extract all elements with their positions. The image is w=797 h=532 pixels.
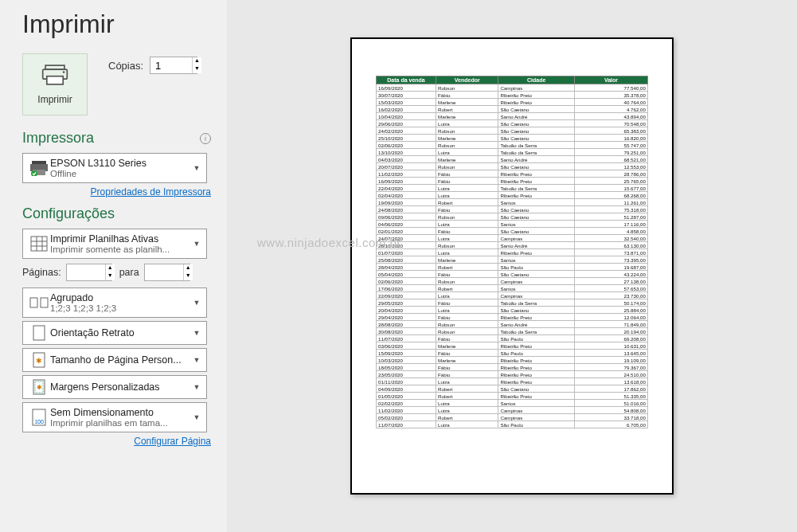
table-cell: 16/02/2020 [377, 106, 436, 113]
table-row: 29/04/2020FábioRibeirão Preto12.064,00 [377, 314, 648, 321]
print-what-line1: Imprimir Planilhas Ativas [50, 233, 192, 244]
table-cell: 57.653,00 [574, 285, 647, 292]
table-cell: 12.064,00 [574, 314, 647, 321]
printer-dropdown[interactable]: EPSON L3110 Series Offline ▼ [22, 153, 207, 183]
table-row: 11/07/2020LuizaSão Paulo6.705,00 [377, 421, 648, 428]
table-cell: 09/06/2020 [377, 213, 436, 221]
table-cell: 16.820,00 [574, 135, 647, 142]
table-cell: São Caetano [498, 385, 574, 393]
copies-spinner[interactable]: ▲▼ [192, 57, 201, 73]
table-cell: Taboão da Serra [498, 299, 574, 307]
svg-rect-2 [47, 76, 63, 84]
table-cell: 15.677,00 [574, 185, 647, 192]
table-cell: Fábio [436, 350, 498, 357]
table-cell: 10/04/2020 [377, 113, 436, 120]
print-what-line2: Imprimir somente as planilh... [50, 244, 192, 254]
table-cell: 77.540,00 [574, 84, 647, 92]
print-button[interactable]: Imprimir [22, 53, 88, 115]
table-cell: Robert [436, 199, 498, 206]
chevron-down-icon: ▼ [192, 240, 201, 248]
table-cell: 73.871,00 [574, 249, 647, 256]
margins-dropdown[interactable]: ✱ Margens Personalizadas ▼ [22, 375, 207, 399]
table-cell: Fábio [436, 178, 498, 185]
print-preview-area: www.ninjadoexcel.com.br Data da vendaVen… [227, 0, 797, 532]
table-cell: 11/07/2020 [377, 335, 436, 342]
table-cell: 01/05/2020 [377, 393, 436, 400]
scaling-dropdown[interactable]: 100 Sem Dimensionamento Imprimir planilh… [22, 402, 207, 432]
table-cell: Ribeirão Preto [498, 170, 574, 178]
table-cell: Santo André [498, 156, 574, 163]
table-cell: 23/05/2020 [377, 371, 436, 378]
print-what-dropdown[interactable]: Imprimir Planilhas Ativas Imprimir somen… [22, 229, 207, 259]
copies-input[interactable] [150, 57, 197, 74]
table-cell: Ribeirão Preto [498, 99, 574, 106]
table-cell: São Caetano [498, 163, 574, 170]
table-row: 28/10/2020RobsonSanto André63.130,00 [377, 242, 648, 249]
table-cell: Robson [436, 328, 498, 335]
table-cell: Fábio [436, 206, 498, 213]
info-icon[interactable]: i [200, 133, 211, 144]
svg-point-3 [63, 71, 65, 73]
collation-dropdown[interactable]: Agrupado 1;2;3 1;2;3 1;2;3 ▼ [22, 288, 207, 318]
table-cell: Campinas [498, 84, 574, 92]
table-cell: Robson [436, 278, 498, 285]
copies-label: Cópias: [108, 60, 143, 72]
orientation-dropdown[interactable]: Orientação Retrato ▼ [22, 321, 207, 345]
paper-size-dropdown[interactable]: ✱ Tamanho de Página Person... ▼ [22, 348, 207, 372]
table-cell: 20/07/2020 [377, 163, 436, 170]
settings-section-header: Configurações [22, 205, 115, 222]
table-cell: 51.287,00 [574, 213, 647, 221]
printer-icon [41, 64, 68, 89]
table-cell: 32.540,00 [574, 235, 647, 242]
table-cell: Marlene [436, 99, 498, 106]
svg-rect-14 [41, 298, 48, 307]
table-row: 02/06/2020RobsonCampinas27.138,00 [377, 278, 648, 285]
table-cell: 19.687,00 [574, 264, 647, 271]
table-cell: Ribeirão Preto [498, 314, 574, 321]
table-row: 24/02/2020RobsonSão Caetano65.383,00 [377, 127, 648, 135]
table-cell: Santos [498, 256, 574, 264]
scaling-line1: Sem Dimensionamento [50, 407, 192, 418]
table-cell: 19/09/2020 [377, 199, 436, 206]
table-cell: São Paulo [498, 350, 574, 357]
scaling-icon: 100 [28, 409, 50, 426]
table-cell: São Caetano [498, 228, 574, 235]
table-row: 15/09/2020FábioSão Paulo13.645,00 [377, 350, 648, 357]
pages-to-spinner[interactable]: ▲▼ [183, 264, 193, 280]
table-cell: Fábio [436, 314, 498, 321]
table-cell: Taboão da Serra [498, 149, 574, 156]
table-cell: 19.109,00 [574, 357, 647, 364]
table-cell: Robert [436, 414, 498, 421]
table-cell: Robson [436, 242, 498, 249]
printer-properties-link[interactable]: Propriedades de Impressora [22, 186, 211, 198]
table-cell: 02/06/2020 [377, 142, 436, 149]
table-row: 20/07/2020RobsonSão Caetano12.553,00 [377, 163, 648, 170]
table-cell: 25/10/2020 [377, 135, 436, 142]
table-cell: Campinas [498, 235, 574, 242]
table-cell: Fábio [436, 299, 498, 307]
svg-rect-8 [31, 237, 47, 251]
table-cell: Marlene [436, 156, 498, 163]
table-cell: 25.884,00 [574, 307, 647, 314]
table-cell: 11/07/2020 [377, 421, 436, 428]
table-cell: 65.383,00 [574, 127, 647, 135]
table-row: 01/07/2020LuizaRibeirão Preto73.871,00 [377, 249, 648, 256]
chevron-down-icon: ▼ [192, 164, 201, 172]
table-cell: Luiza [436, 421, 498, 428]
table-cell: Ribeirão Preto [498, 393, 574, 400]
page-setup-link[interactable]: Configurar Página [22, 436, 211, 447]
table-cell: Luiza [436, 292, 498, 299]
pages-from-spinner[interactable]: ▲▼ [105, 264, 115, 280]
table-cell: 79.251,00 [574, 149, 647, 156]
margins-line1: Margens Personalizadas [50, 381, 192, 393]
table-cell: Marlene [436, 135, 498, 142]
table-cell: 68.268,00 [574, 192, 647, 199]
table-row: 01/05/2020RobertRibeirão Preto51.335,00 [377, 393, 648, 400]
table-cell: 23.730,00 [574, 292, 647, 299]
table-cell: São Caetano [498, 213, 574, 221]
table-cell: Fábio [436, 335, 498, 342]
table-cell: São Caetano [498, 307, 574, 314]
table-row: 04/06/2020LuizaSantos17.116,00 [377, 221, 648, 228]
portrait-icon [28, 325, 50, 341]
table-cell: Luiza [436, 378, 498, 385]
